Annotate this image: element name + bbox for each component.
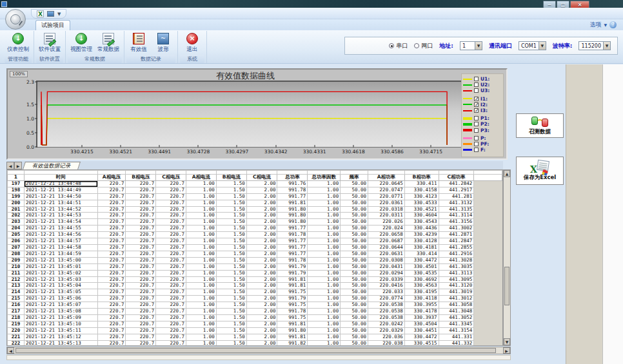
- value-cell[interactable]: 991.78: [277, 232, 308, 238]
- column-header-B相电压[interactable]: B相电压: [126, 175, 156, 181]
- value-cell[interactable]: 220.7: [156, 309, 186, 315]
- value-cell[interactable]: 220.7: [156, 200, 186, 206]
- table-row[interactable]: 2222021-12-21 13:45:13220.7220.7220.71.0…: [8, 340, 502, 346]
- value-cell[interactable]: 220.0308: [368, 257, 404, 263]
- value-cell[interactable]: 220.0431: [368, 263, 404, 270]
- value-cell[interactable]: 441.3028: [439, 257, 474, 263]
- table-row[interactable]: 2012021-12-21 13:44:52220.7220.7220.71.0…: [8, 206, 502, 213]
- column-header-C相电压[interactable]: C相电压: [156, 175, 186, 181]
- time-cell[interactable]: 2021-12-21 13:44:59: [24, 251, 97, 257]
- value-cell[interactable]: 1.00: [308, 263, 341, 270]
- comm-port-select[interactable]: COM1 ▼: [519, 41, 546, 50]
- value-cell[interactable]: 441.2855: [439, 244, 474, 251]
- legend-checkbox[interactable]: [474, 82, 479, 87]
- column-header-频率[interactable]: 频率: [341, 175, 368, 181]
- value-cell[interactable]: 220.0631: [368, 251, 404, 257]
- value-cell[interactable]: 220.7: [156, 180, 186, 187]
- value-cell[interactable]: 441.2847: [439, 238, 474, 245]
- value-cell[interactable]: 220.0318: [368, 206, 404, 213]
- time-cell[interactable]: 2021-12-21 13:44:55: [24, 225, 97, 232]
- value-cell[interactable]: 441.3345: [439, 321, 474, 327]
- value-cell[interactable]: 330.4692: [404, 276, 439, 283]
- sheet-next-icon[interactable]: ▶: [14, 162, 22, 169]
- table-row[interactable]: 2182021-12-21 13:45:09220.7220.7220.71.0…: [8, 314, 502, 321]
- table-row[interactable]: 2162021-12-21 13:45:07220.7220.7220.71.0…: [8, 302, 502, 309]
- ribbon-button-视图管理[interactable]: ↓视图管理: [69, 32, 94, 54]
- value-cell[interactable]: 2.00: [246, 270, 277, 276]
- value-cell[interactable]: 2.00: [246, 309, 277, 315]
- value-cell[interactable]: 1.00: [186, 193, 217, 200]
- value-cell[interactable]: 220.7: [97, 206, 126, 213]
- value-cell[interactable]: 50.00: [341, 219, 368, 225]
- value-cell[interactable]: 2.00: [246, 283, 277, 289]
- value-cell[interactable]: 330.4118: [404, 296, 439, 302]
- value-cell[interactable]: 991.78: [277, 187, 308, 193]
- value-cell[interactable]: 330.4472: [404, 334, 439, 340]
- value-cell[interactable]: 1.50: [216, 257, 246, 263]
- column-header-总功率[interactable]: 总功率: [277, 175, 308, 181]
- value-cell[interactable]: 220.7: [126, 289, 156, 296]
- time-cell[interactable]: 2021-12-21 13:45:07: [24, 302, 97, 309]
- value-cell[interactable]: 1.00: [186, 232, 217, 238]
- value-cell[interactable]: 441.3048: [439, 309, 474, 315]
- value-cell[interactable]: 220.7: [156, 225, 186, 232]
- value-cell[interactable]: 1.00: [186, 251, 217, 257]
- value-cell[interactable]: 441.3154: [439, 327, 474, 334]
- value-cell[interactable]: 1.00: [308, 238, 341, 245]
- legend-checkbox[interactable]: [474, 136, 479, 140]
- value-cell[interactable]: 50.00: [341, 232, 368, 238]
- value-cell[interactable]: 50.00: [341, 334, 368, 340]
- value-cell[interactable]: 330.4521: [404, 206, 439, 213]
- time-cell[interactable]: 2021-12-21 13:44:56: [24, 232, 97, 238]
- value-cell[interactable]: 220.7: [97, 225, 126, 232]
- value-cell[interactable]: 1.50: [216, 213, 246, 219]
- value-cell[interactable]: 441.3035: [439, 263, 474, 270]
- value-cell[interactable]: 220.7: [97, 327, 126, 334]
- value-cell[interactable]: 1.50: [216, 314, 246, 321]
- value-cell[interactable]: 220.7: [97, 296, 126, 302]
- value-cell[interactable]: 220.7: [156, 296, 186, 302]
- value-cell[interactable]: 1.00: [308, 244, 341, 251]
- value-cell[interactable]: 1.00: [308, 289, 341, 296]
- value-cell[interactable]: 991.78: [277, 309, 308, 315]
- toolbar-dropdown-icon[interactable]: ▼: [57, 12, 61, 17]
- value-cell[interactable]: 2.00: [246, 193, 277, 200]
- value-cell[interactable]: 330.4515: [404, 340, 439, 346]
- value-cell[interactable]: 220.7: [97, 276, 126, 283]
- value-cell[interactable]: 50.00: [341, 180, 368, 187]
- value-cell[interactable]: 220.7: [126, 327, 156, 334]
- value-cell[interactable]: 1.00: [308, 296, 341, 302]
- time-cell[interactable]: 2021-12-21 13:45:06: [24, 296, 97, 302]
- value-cell[interactable]: 1.00: [186, 289, 217, 296]
- table-row[interactable]: 2202021-12-21 13:45:11220.7220.7220.71.0…: [8, 327, 502, 334]
- options-menu[interactable]: 选项 ▼ ?: [589, 21, 617, 29]
- value-cell[interactable]: 220.0538: [368, 314, 404, 321]
- time-cell[interactable]: 2021-12-21 13:44:51: [24, 200, 97, 206]
- value-cell[interactable]: 441.332: [439, 340, 474, 346]
- fetch-data-button[interactable]: 召测数据: [516, 113, 564, 138]
- value-cell[interactable]: 2.00: [246, 206, 277, 213]
- value-cell[interactable]: 1.00: [186, 180, 217, 187]
- value-cell[interactable]: 220.7: [97, 238, 126, 245]
- value-cell[interactable]: 220.7: [156, 257, 186, 263]
- value-cell[interactable]: 220.7: [156, 187, 186, 193]
- value-cell[interactable]: 1.00: [186, 187, 217, 193]
- value-cell[interactable]: 2.00: [246, 289, 277, 296]
- time-cell[interactable]: 2021-12-21 13:45:00: [24, 257, 97, 263]
- value-cell[interactable]: 1.50: [216, 340, 246, 346]
- value-cell[interactable]: 991.82: [277, 340, 308, 346]
- time-cell[interactable]: 2021-12-21 13:44:50: [24, 193, 97, 200]
- value-cell[interactable]: 441.3114: [439, 213, 474, 219]
- value-cell[interactable]: 220.7: [126, 340, 156, 346]
- table-row[interactable]: 2042021-12-21 13:44:55220.7220.7220.71.0…: [8, 225, 502, 232]
- value-cell[interactable]: 1.00: [308, 270, 341, 276]
- value-cell[interactable]: 220.0361: [368, 200, 404, 206]
- ribbon-button-退出[interactable]: ×退出: [181, 32, 203, 54]
- value-cell[interactable]: 1.00: [186, 257, 217, 263]
- value-cell[interactable]: 220.024: [368, 225, 404, 232]
- value-cell[interactable]: 220.7: [126, 302, 156, 309]
- value-cell[interactable]: 220.7: [126, 334, 156, 340]
- value-cell[interactable]: 2.00: [246, 219, 277, 225]
- value-cell[interactable]: 2.00: [246, 251, 277, 257]
- value-cell[interactable]: 1.00: [186, 276, 217, 283]
